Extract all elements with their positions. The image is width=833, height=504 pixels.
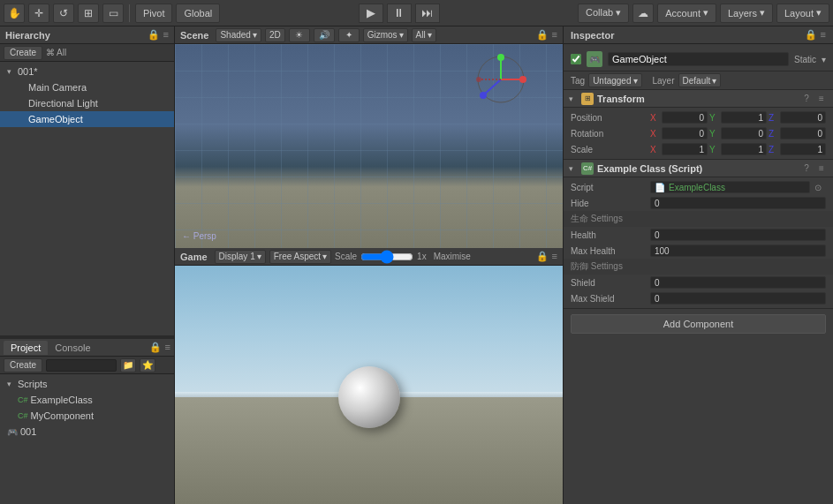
scene-all-dropdown[interactable]: All ▾ — [412, 28, 436, 42]
inspector-lock-icon[interactable]: 🔒 — [805, 29, 817, 41]
aspect-arrow: ▾ — [322, 252, 327, 261]
scene-fx-button[interactable]: ✦ — [338, 28, 360, 42]
rot-z-input[interactable] — [780, 127, 826, 139]
transform-menu-button[interactable]: ≡ — [815, 93, 828, 105]
scale-tool-button[interactable]: ⊞ — [78, 4, 99, 23]
hierarchy-root-item[interactable]: ▾ 001* — [0, 64, 174, 79]
collab-button[interactable]: Collab ▾ — [578, 4, 629, 23]
project-section: Project Console 🔒 ≡ Create 📁 ⭐ ▾ Scripts — [0, 339, 174, 504]
hierarchy-item-0[interactable]: Main Camera — [0, 79, 174, 95]
pos-z-input[interactable] — [780, 111, 826, 124]
tab-project[interactable]: Project — [4, 341, 48, 355]
active-checkbox-input[interactable] — [571, 54, 581, 64]
scene-gizmos-dropdown[interactable]: Gizmos ▾ — [363, 28, 408, 42]
hierarchy-create-button[interactable]: Create — [4, 46, 42, 60]
scene-menu-icon[interactable]: ≡ — [552, 29, 557, 41]
pos-x-input[interactable] — [662, 111, 708, 124]
inspector-menu-icon[interactable]: ≡ — [821, 29, 826, 41]
project-exampleclass-item[interactable]: C# ExampleClass — [0, 392, 174, 408]
scale-fields: X Y Z — [650, 143, 826, 155]
move-tool-button[interactable]: ✛ — [28, 4, 49, 23]
script-file-icon: 📄 — [655, 183, 665, 192]
inspector-header: Inspector 🔒 ≡ — [564, 26, 833, 44]
scene-perspective-label: ← Persp — [182, 231, 216, 241]
hierarchy-item-2[interactable]: GameObject — [0, 111, 174, 127]
sc-x-input[interactable] — [662, 143, 708, 155]
project-menu-icon[interactable]: ≡ — [165, 342, 170, 353]
rot-y-input[interactable] — [721, 127, 767, 139]
tab-console[interactable]: Console — [48, 341, 97, 355]
rot-y-axis: Y — [709, 129, 720, 139]
static-label: Static — [794, 55, 816, 64]
gameobject-active-checkbox[interactable] — [571, 54, 581, 64]
project-search-input[interactable] — [46, 359, 117, 372]
scene-2d-button[interactable]: 2D — [265, 28, 285, 42]
inspector-tab[interactable]: Inspector — [571, 30, 615, 41]
hierarchy-menu-icon[interactable]: ≡ — [163, 29, 169, 41]
pause-button[interactable]: ⏸ — [387, 4, 412, 23]
step-button[interactable]: ⏭ — [415, 4, 440, 23]
hand-tool-button[interactable]: ✋ — [4, 4, 25, 23]
scene-light-button[interactable]: ☀ — [289, 28, 310, 42]
account-button[interactable]: Account ▾ — [657, 4, 716, 23]
pos-x-group: X — [650, 111, 708, 124]
position-label: Position — [571, 113, 650, 123]
project-star-button[interactable]: ⭐ — [140, 358, 155, 372]
project-create-button[interactable]: Create — [4, 358, 42, 372]
exampleclass-label: ExampleClass — [31, 395, 93, 405]
gameobject-name-input[interactable] — [608, 52, 789, 66]
script-header[interactable]: ▾ C# Example Class (Script) ? ≡ — [564, 160, 833, 177]
shield-input[interactable] — [650, 276, 826, 289]
asset-label: 001 — [20, 426, 36, 437]
script-menu-button[interactable]: ≡ — [815, 162, 828, 175]
project-folder-button[interactable]: 📁 — [120, 358, 136, 372]
hierarchy-item-1[interactable]: Directional Light — [0, 95, 174, 111]
script-help-button[interactable]: ? — [800, 162, 813, 175]
static-dropdown[interactable]: ▾ — [822, 55, 826, 64]
layer-label: Layer — [653, 76, 675, 86]
hierarchy-all-tag[interactable]: ⌘ All — [46, 48, 66, 57]
layers-button[interactable]: Layers ▾ — [720, 4, 773, 23]
scale-slider[interactable] — [360, 252, 413, 262]
scene-all-label: All — [416, 30, 426, 40]
hide-input[interactable] — [650, 197, 826, 209]
game-aspect-dropdown[interactable]: Free Aspect ▾ — [269, 250, 331, 264]
script-edit-button[interactable]: ⊙ — [810, 181, 826, 193]
sc-y-input[interactable] — [721, 143, 767, 155]
project-001-item[interactable]: 🎮 001 — [0, 424, 174, 440]
transform-header[interactable]: ▾ ⊞ Transform ? ≡ — [564, 90, 833, 108]
rect-tool-button[interactable]: ▭ — [102, 4, 124, 23]
cloud-button[interactable]: ☁ — [632, 4, 654, 23]
transform-help-button[interactable]: ? — [800, 93, 813, 105]
tag-dropdown[interactable]: Untagged ▾ — [588, 73, 641, 87]
rot-x-input[interactable] — [662, 127, 708, 139]
add-component-button[interactable]: Add Component — [571, 314, 826, 334]
game-display-dropdown[interactable]: Display 1 ▾ — [215, 250, 266, 264]
max-health-input[interactable] — [650, 244, 826, 257]
pivot-button[interactable]: Pivot — [135, 4, 172, 23]
root-label: 001* — [18, 66, 38, 77]
sc-y-axis: Y — [709, 145, 720, 154]
game-menu-icon[interactable]: ≡ — [552, 251, 557, 262]
max-shield-label: Max Shield — [571, 294, 650, 304]
health-input[interactable] — [650, 229, 826, 241]
scale-label: Scale — [571, 145, 650, 154]
scene-audio-button[interactable]: 🔊 — [314, 28, 335, 42]
tag-arrow: ▾ — [633, 76, 638, 86]
max-shield-input[interactable] — [650, 292, 826, 305]
play-button[interactable]: ▶ — [359, 4, 383, 23]
script-field-label: Script — [571, 183, 650, 192]
gizmos-arrow: ▾ — [399, 30, 404, 40]
layer-dropdown[interactable]: Default ▾ — [678, 73, 722, 87]
script-value-field[interactable]: 📄 ExampleClass — [650, 181, 810, 193]
project-mycomponent-item[interactable]: C# MyComponent — [0, 408, 174, 424]
pos-y-input[interactable] — [721, 111, 767, 124]
layout-button[interactable]: Layout ▾ — [776, 4, 829, 23]
scene-shaded-dropdown[interactable]: Shaded ▾ — [216, 28, 261, 42]
hierarchy-lock-icon: 🔒 — [148, 29, 160, 41]
position-row: Position X Y Z — [564, 109, 833, 125]
rotate-tool-button[interactable]: ↺ — [53, 4, 74, 23]
global-button[interactable]: Global — [176, 4, 220, 23]
sc-z-input[interactable] — [780, 143, 826, 155]
project-scripts-folder[interactable]: ▾ Scripts — [0, 376, 174, 392]
